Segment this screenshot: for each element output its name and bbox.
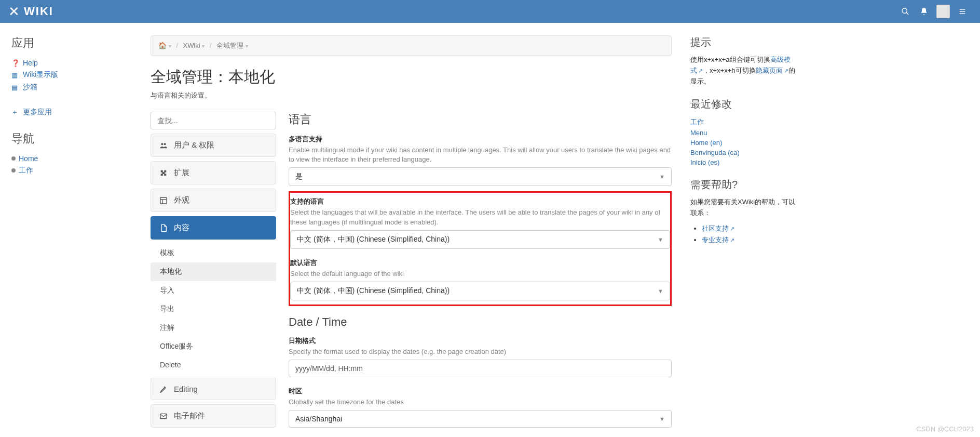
help-icon: ❓ bbox=[11, 59, 21, 67]
highlight-annotation: 支持的语言 Select the languages that will be … bbox=[289, 191, 672, 306]
sandbox-icon: ▤ bbox=[11, 84, 21, 91]
app-link-wiki-display[interactable]: ▦Wiki显示版 bbox=[11, 69, 125, 81]
select-supported-langs[interactable]: 中文 (简体，中国) (Chinese (Simplified, China))… bbox=[290, 230, 670, 249]
link-community-support[interactable]: 社区支持 bbox=[702, 224, 729, 232]
users-icon bbox=[159, 141, 170, 150]
external-link-icon: ↗ bbox=[730, 237, 734, 243]
link-hidden-pages[interactable]: 隐藏页面 bbox=[756, 67, 783, 74]
bullet-icon bbox=[11, 168, 16, 173]
svg-point-0 bbox=[902, 8, 907, 13]
sub-export[interactable]: 导出 bbox=[151, 300, 276, 319]
desc-supported-langs: Select the languages that will be availa… bbox=[290, 208, 670, 227]
home-icon[interactable]: 🏠 bbox=[158, 42, 167, 49]
chevron-down-icon[interactable]: ▾ bbox=[169, 43, 171, 49]
breadcrumb-globaladmin[interactable]: 全域管理 bbox=[216, 42, 243, 49]
layout-icon bbox=[159, 196, 170, 205]
label-date-format: 日期格式 bbox=[289, 336, 672, 346]
logo-mark-icon: ✕ bbox=[8, 4, 21, 20]
chevron-down-icon: ▼ bbox=[658, 236, 663, 243]
input-date-format[interactable]: yyyy/MM/dd, HH:mm bbox=[289, 360, 672, 377]
svg-point-6 bbox=[164, 143, 166, 145]
pencil-icon bbox=[159, 385, 170, 393]
search-input[interactable] bbox=[151, 112, 276, 129]
label-supported-langs: 支持的语言 bbox=[290, 197, 670, 206]
label-timezone: 时区 bbox=[289, 387, 672, 396]
grid-icon: ▦ bbox=[11, 71, 21, 79]
help-title: 需要帮助? bbox=[690, 178, 796, 192]
recent-link[interactable]: Inicio (es) bbox=[690, 158, 719, 166]
desc-date-format: Specify the format used to display the d… bbox=[289, 347, 672, 356]
chevron-down-icon: ▼ bbox=[659, 174, 665, 180]
nav-panel-title: 导航 bbox=[11, 131, 125, 147]
external-link-icon: ↗ bbox=[730, 226, 734, 232]
chevron-down-icon[interactable]: ▾ bbox=[246, 43, 248, 49]
select-timezone[interactable]: Asia/Shanghai▼ bbox=[289, 410, 672, 428]
recent-link[interactable]: Home (en) bbox=[690, 139, 722, 147]
app-link-sandbox[interactable]: ▤沙箱 bbox=[11, 81, 125, 94]
svg-point-5 bbox=[161, 143, 163, 145]
sub-annotations[interactable]: 注解 bbox=[151, 319, 276, 337]
nav-item-home[interactable]: Home bbox=[11, 153, 125, 164]
admin-nav: 用户 & 权限 扩展 外观 内容 模板 本地化 导入 导出 注解 bbox=[151, 112, 276, 437]
recent-link[interactable]: 工作 bbox=[690, 118, 704, 126]
nav-editing[interactable]: Editing bbox=[151, 378, 276, 400]
section-languages: 语言 bbox=[289, 112, 672, 127]
nav-look-feel[interactable]: 外观 bbox=[151, 189, 276, 212]
nav-content[interactable]: 内容 bbox=[151, 216, 276, 240]
right-sidebar: 提示 使用x+x+x+a组合键可切换高级模式↗，x+x+x+h可切换隐藏页面↗的… bbox=[686, 23, 802, 437]
chevron-down-icon: ▼ bbox=[659, 416, 665, 422]
drawer-toggle-icon[interactable] bbox=[953, 2, 972, 21]
file-icon bbox=[159, 224, 170, 232]
label-multilingual: 多语言支持 bbox=[289, 135, 672, 144]
external-link-icon: ↗ bbox=[698, 68, 703, 74]
breadcrumb-xwiki[interactable]: XWiki bbox=[183, 42, 200, 49]
page-subtitle: 与语言相关的设置。 bbox=[151, 91, 672, 100]
search-icon[interactable] bbox=[896, 2, 915, 21]
link-pro-support[interactable]: 专业支持 bbox=[702, 236, 729, 244]
app-link-more[interactable]: ＋更多应用 bbox=[11, 106, 125, 118]
envelope-icon bbox=[159, 412, 170, 420]
bullet-icon bbox=[11, 156, 16, 161]
brand-text: WIKI bbox=[24, 5, 53, 18]
brand-logo[interactable]: ✕ WIKI bbox=[8, 4, 53, 20]
desc-default-lang: Select the default language of the wiki bbox=[290, 269, 670, 279]
recent-link[interactable]: Benvinguda (ca) bbox=[690, 149, 740, 156]
plus-icon: ＋ bbox=[11, 108, 21, 117]
nav-extensions[interactable]: 扩展 bbox=[151, 161, 276, 184]
sub-import[interactable]: 导入 bbox=[151, 281, 276, 300]
desc-multilingual: Enable multilingual mode if your wiki ha… bbox=[289, 145, 672, 164]
app-link-help[interactable]: ❓Help bbox=[11, 57, 125, 69]
breadcrumb: 🏠 ▾ / XWiki ▾ / 全域管理 ▾ bbox=[151, 35, 672, 56]
page-title: 全域管理：本地化 bbox=[151, 67, 672, 88]
desc-timezone: Globally set the timezone for the dates bbox=[289, 398, 672, 407]
nav-item-work[interactable]: 工作 bbox=[11, 164, 125, 177]
sub-localization[interactable]: 本地化 bbox=[151, 262, 276, 281]
chevron-down-icon[interactable]: ▾ bbox=[202, 43, 205, 49]
help-text: 如果您需要有关XWiki的帮助，可以联系： bbox=[690, 197, 796, 219]
select-default-lang[interactable]: 中文 (简体，中国) (Chinese (Simplified, China))… bbox=[290, 282, 670, 300]
sub-office[interactable]: Office服务 bbox=[151, 337, 276, 356]
label-default-lang: 默认语言 bbox=[290, 258, 670, 268]
svg-line-1 bbox=[906, 12, 908, 15]
section-datetime: Date / Time bbox=[289, 315, 672, 329]
recent-title: 最近修改 bbox=[690, 97, 796, 111]
chevron-down-icon: ▼ bbox=[658, 288, 663, 294]
recent-link[interactable]: Menu bbox=[690, 129, 707, 137]
sub-delete[interactable]: Delete bbox=[151, 356, 276, 374]
top-header: ✕ WIKI bbox=[0, 0, 980, 23]
sub-templates[interactable]: 模板 bbox=[151, 244, 276, 262]
notifications-icon[interactable] bbox=[915, 2, 933, 21]
apps-panel-title: 应用 bbox=[11, 35, 125, 51]
tips-title: 提示 bbox=[690, 35, 796, 49]
user-avatar[interactable] bbox=[936, 5, 950, 18]
puzzle-icon bbox=[159, 169, 170, 177]
left-sidebar: 应用 ❓Help ▦Wiki显示版 ▤沙箱 ＋更多应用 导航 Home 工作 bbox=[0, 23, 136, 437]
tips-text: 使用x+x+x+a组合键可切换高级模式↗，x+x+x+h可切换隐藏页面↗的显示。 bbox=[690, 55, 796, 87]
nav-users-rights[interactable]: 用户 & 权限 bbox=[151, 134, 276, 157]
nav-email[interactable]: 电子邮件 bbox=[151, 404, 276, 428]
svg-rect-7 bbox=[160, 197, 167, 204]
external-link-icon: ↗ bbox=[784, 68, 788, 74]
select-multilingual[interactable]: 是▼ bbox=[289, 167, 672, 186]
